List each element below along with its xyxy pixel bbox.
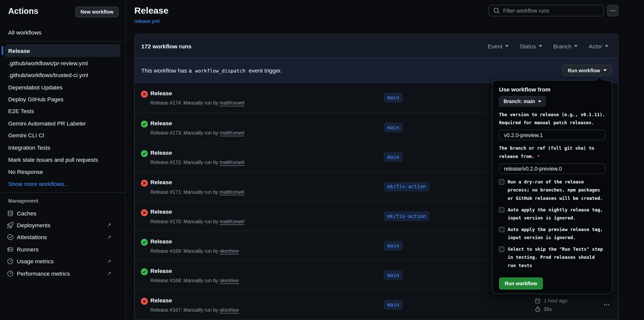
sidebar-item-all-workflows[interactable]: All workflows <box>5 26 121 39</box>
run-actor-link[interactable]: mattKorwel <box>220 219 244 225</box>
server-icon <box>7 246 14 253</box>
sidebar-item-workflow[interactable]: E2E Tests <box>5 105 121 117</box>
failure-icon <box>141 298 148 305</box>
branch-label[interactable]: main <box>384 93 403 103</box>
checkbox[interactable] <box>499 227 504 232</box>
management-item[interactable]: Runners <box>5 243 121 255</box>
external-link-icon: ↗ <box>107 270 111 276</box>
failure-icon <box>141 91 148 98</box>
management-item[interactable]: Usage metrics↗ <box>5 255 121 268</box>
workflow-dispatch-code: workflow_dispatch <box>193 68 247 74</box>
filter-dropdown-status[interactable]: Status <box>520 43 542 49</box>
checkbox-row: Select to skip the "Run Tests" step in t… <box>499 245 605 270</box>
management-section-label: Management <box>8 198 125 205</box>
workflow-dispatch-banner: This workflow has a workflow_dispatch ev… <box>135 58 618 83</box>
filter-label: Status <box>520 43 536 49</box>
run-description: Release #169: Manually run by skeshive <box>150 248 239 254</box>
checkbox-row: Run a dry-run of the release process; no… <box>499 178 605 203</box>
sidebar-item-workflow[interactable]: Dependabot Updates <box>5 81 121 93</box>
header-kebab-button[interactable] <box>607 5 619 17</box>
success-icon <box>141 239 148 246</box>
sidebar-item-workflow[interactable]: Mark stale issues and pull requests <box>5 154 121 166</box>
run-actor-link[interactable]: skeshive <box>220 248 239 254</box>
sidebar-title: Actions <box>8 7 38 16</box>
new-workflow-button[interactable]: New workflow <box>75 7 119 17</box>
workflow-file-link[interactable]: release.yml <box>134 18 159 24</box>
checkbox-label: Select to skip the "Run Tests" step in t… <box>508 245 605 270</box>
run-title-link[interactable]: Release <box>150 149 172 156</box>
filters-row: EventStatusBranchActor <box>488 43 608 49</box>
branch-select-button[interactable]: Branch: main <box>499 96 546 107</box>
show-more-workflows-link[interactable]: Show more workflows... <box>5 178 121 190</box>
run-actor-link[interactable]: skeshive <box>220 278 239 283</box>
checkbox-label: Auto apply the preview release tag, inpu… <box>508 226 605 242</box>
run-workflow-submit-button[interactable]: Run workflow <box>499 277 543 290</box>
sidebar-item-workflow[interactable]: Deploy GitHub Pages <box>5 93 121 105</box>
checkbox[interactable] <box>499 247 504 252</box>
checkbox-label: Run a dry-run of the release process; no… <box>508 178 605 203</box>
field-text-input[interactable] <box>499 130 605 140</box>
failure-icon <box>141 180 148 187</box>
management-item[interactable]: Performance metrics↗ <box>5 268 121 280</box>
run-title-link[interactable]: Release <box>150 238 172 245</box>
management-item-label: Caches <box>17 210 36 216</box>
external-link-icon: ↗ <box>107 234 111 240</box>
sidebar-item-workflow[interactable]: Gemini Automated PR Labeler <box>5 117 121 130</box>
checkbox[interactable] <box>499 179 504 185</box>
branch-label[interactable]: mk/fix-action <box>384 182 430 191</box>
sidebar-item-workflow[interactable]: Release <box>5 44 121 57</box>
management-item-label: Runners <box>17 246 39 253</box>
sidebar-item-workflow[interactable]: No Response <box>5 166 121 178</box>
sidebar-item-workflow[interactable]: .github/workflows/pr-review.yml <box>5 57 121 69</box>
branch-label[interactable]: mk/fix-action <box>384 211 430 221</box>
run-kebab-icon[interactable] <box>603 302 610 308</box>
filter-dropdown-branch[interactable]: Branch <box>553 43 578 49</box>
run-title-link[interactable]: Release <box>150 208 172 215</box>
sidebar-item-workflow[interactable]: Integration Tests <box>5 142 121 154</box>
field-label: The branch or ref (full git sha) to rele… <box>499 144 605 161</box>
branch-label[interactable]: main <box>384 270 403 280</box>
run-title-link[interactable]: Release <box>150 178 172 186</box>
run-actor-link[interactable]: mattKorwel <box>220 189 244 195</box>
run-title-link[interactable]: Release <box>150 89 172 97</box>
meter-icon <box>7 258 14 265</box>
sidebar-header: Actions New workflow <box>0 0 125 20</box>
meter-icon <box>7 270 14 277</box>
sidebar-item-workflow[interactable]: .github/workflows/trusted-ci.yml <box>5 69 121 81</box>
management-item[interactable]: Deployments↗ <box>5 219 121 231</box>
filter-label: Branch <box>553 43 571 49</box>
run-workflow-dropdown-button[interactable]: Run workflow <box>563 65 612 76</box>
run-description: Release #171: Manually run by mattKorwel <box>150 189 244 195</box>
run-actor-link[interactable]: mattKorwel <box>220 130 244 136</box>
filter-dropdown-event[interactable]: Event <box>488 43 509 49</box>
management-item[interactable]: Caches <box>5 207 121 219</box>
branch-label[interactable]: main <box>384 300 403 310</box>
sidebar: Actions New workflow All workflows Relea… <box>0 0 126 320</box>
filter-runs-searchbox[interactable] <box>489 5 604 17</box>
run-description: Release #170: Manually run by mattKorwel <box>150 218 244 225</box>
run-actor-link[interactable]: mattKorwel <box>220 100 244 106</box>
chevron-down-icon <box>603 69 607 71</box>
sidebar-divider <box>0 41 125 42</box>
branch-label[interactable]: main <box>384 241 403 251</box>
run-title-link[interactable]: Release <box>150 267 172 274</box>
branch-label[interactable]: main <box>384 152 403 162</box>
chevron-down-icon <box>538 100 541 102</box>
run-title-link[interactable]: Release <box>150 297 172 304</box>
run-description: Release #174: Manually run by mattKorwel <box>150 100 244 106</box>
filter-dropdown-actor[interactable]: Actor <box>589 43 608 49</box>
management-item-label: Usage metrics <box>17 258 54 265</box>
success-icon <box>141 150 148 157</box>
run-actor-link[interactable]: skeshive <box>220 307 239 313</box>
field-text-input[interactable] <box>499 163 605 174</box>
required-asterisk: * <box>537 154 540 159</box>
sidebar-item-workflow[interactable]: Gemini CLI CI <box>5 130 121 142</box>
search-input[interactable] <box>503 8 599 14</box>
run-actor-link[interactable]: mattKorwel <box>220 159 244 165</box>
workflow-nav-list: Release.github/workflows/pr-review.yml.g… <box>0 44 125 178</box>
run-title-link[interactable]: Release <box>150 119 172 127</box>
checkbox[interactable] <box>499 207 504 212</box>
management-item[interactable]: Attestations↗ <box>5 231 121 243</box>
panel-title: Use workflow from <box>499 86 605 93</box>
branch-label[interactable]: main <box>384 123 403 133</box>
